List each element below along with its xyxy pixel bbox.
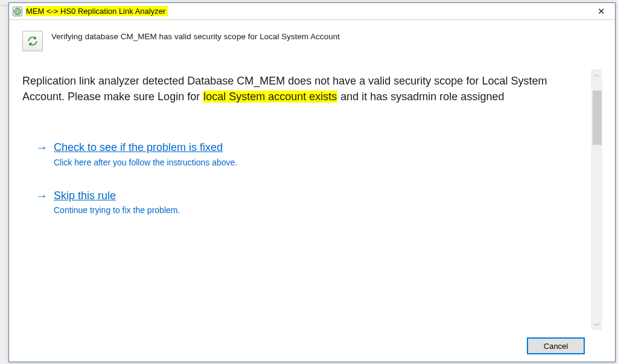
app-icon bbox=[13, 7, 22, 16]
message-highlight: local System account exists bbox=[203, 91, 337, 103]
scroll-thumb[interactable] bbox=[593, 91, 602, 145]
action-skip-subtitle: Continue trying to fix the problem. bbox=[54, 205, 583, 215]
header-row: Verifying database CM_MEM has valid secu… bbox=[22, 31, 602, 51]
action-check-fixed[interactable]: → Check to see if the problem is fixed bbox=[36, 141, 583, 155]
message-part2: and it has sysadmin role assigned bbox=[337, 91, 504, 103]
body-text-area: Replication link analyzer detected Datab… bbox=[22, 73, 591, 330]
action-skip-rule[interactable]: → Skip this rule bbox=[36, 189, 583, 203]
error-message: Replication link analyzer detected Datab… bbox=[22, 73, 583, 104]
close-button[interactable]: ✕ bbox=[587, 3, 615, 20]
dialog-window: MEM <-> HS0 Replication Link Analyzer ✕ … bbox=[8, 2, 616, 362]
arrow-right-icon: → bbox=[36, 141, 48, 154]
scroll-down-icon[interactable]: ﹀ bbox=[592, 320, 602, 330]
window-title: MEM <-> HS0 Replication Link Analyzer bbox=[26, 6, 168, 16]
dialog-footer: Cancel bbox=[22, 330, 602, 362]
action-check-title: Check to see if the problem is fixed bbox=[54, 141, 223, 155]
close-icon: ✕ bbox=[597, 6, 605, 17]
svg-point-0 bbox=[14, 8, 21, 14]
action-skip-block: → Skip this rule Continue trying to fix … bbox=[36, 189, 583, 215]
vertical-scrollbar[interactable]: ︿ ﹀ bbox=[591, 69, 602, 330]
scroll-track[interactable] bbox=[592, 80, 602, 320]
sync-icon bbox=[22, 31, 43, 51]
cancel-button[interactable]: Cancel bbox=[527, 337, 585, 354]
scroll-up-icon[interactable]: ︿ bbox=[592, 69, 602, 80]
header-text: Verifying database CM_MEM has valid secu… bbox=[51, 31, 340, 41]
action-check-block: → Check to see if the problem is fixed C… bbox=[36, 141, 583, 167]
action-skip-title: Skip this rule bbox=[54, 189, 116, 203]
body-area: Replication link analyzer detected Datab… bbox=[22, 73, 602, 330]
action-check-subtitle: Click here after you follow the instruct… bbox=[54, 158, 583, 167]
cancel-button-label: Cancel bbox=[544, 342, 568, 351]
titlebar: MEM <-> HS0 Replication Link Analyzer ✕ bbox=[9, 3, 615, 20]
arrow-right-icon: → bbox=[36, 189, 48, 202]
dialog-content: Verifying database CM_MEM has valid secu… bbox=[9, 20, 615, 362]
